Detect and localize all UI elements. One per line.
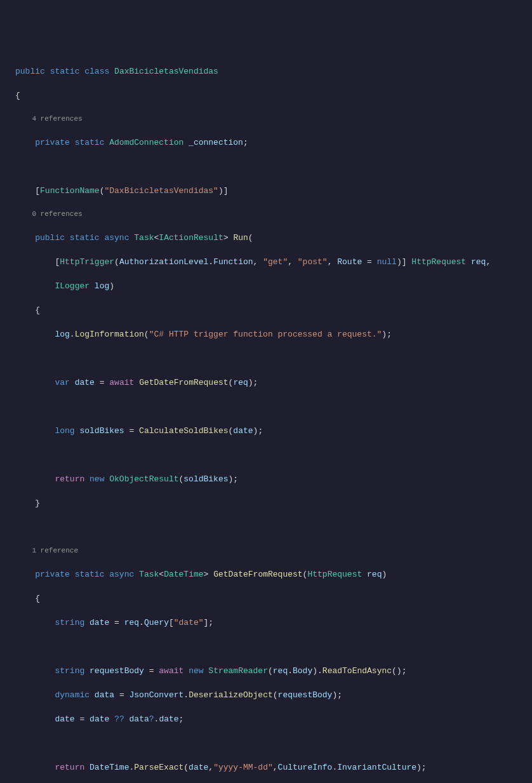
codelens[interactable]: 4 references [15, 114, 532, 124]
code-line [15, 352, 532, 365]
code-editor[interactable]: public static class DaxBicicletasVendida… [0, 53, 532, 783]
code-line: public static class DaxBicicletasVendida… [15, 65, 532, 77]
code-line: string date = req.Query["date"]; [15, 617, 532, 629]
code-line: public static async Task<IActionResult> … [15, 232, 532, 244]
code-line: { [15, 304, 532, 316]
code-line [15, 641, 532, 653]
codelens[interactable]: 1 reference [15, 545, 532, 556]
code-line: date = date ?? data?.date; [15, 713, 532, 725]
code-line: { [15, 592, 532, 605]
code-line: long soldBikes = CalculateSoldBikes(date… [15, 425, 532, 437]
code-line [15, 449, 532, 461]
code-line: } [15, 497, 532, 509]
code-line: { [15, 90, 532, 102]
code-line: var date = await GetDateFromRequest(req)… [15, 377, 532, 389]
code-line: string requestBody = await new StreamRea… [15, 665, 532, 677]
code-line: private static async Task<DateTime> GetD… [15, 568, 532, 580]
code-line: [HttpTrigger(AuthorizationLevel.Function… [15, 256, 532, 268]
code-line [15, 737, 532, 749]
code-line: private static AdomdConnection _connecti… [15, 137, 532, 149]
code-line: return DateTime.ParseExact(date,"yyyy-MM… [15, 761, 532, 773]
code-line: [FunctionName("DaxBicicletasVendidas")] [15, 185, 532, 197]
code-line [15, 161, 532, 173]
code-line: return new OkObjectResult(soldBikes); [15, 473, 532, 485]
codelens[interactable]: 0 references [15, 209, 532, 220]
code-line: log.LogInformation("C# HTTP trigger func… [15, 328, 532, 340]
code-line [15, 401, 532, 413]
code-line: dynamic data = JsonConvert.DeserializeOb… [15, 689, 532, 701]
code-line: ILogger log) [15, 280, 532, 292]
code-line [15, 521, 532, 533]
